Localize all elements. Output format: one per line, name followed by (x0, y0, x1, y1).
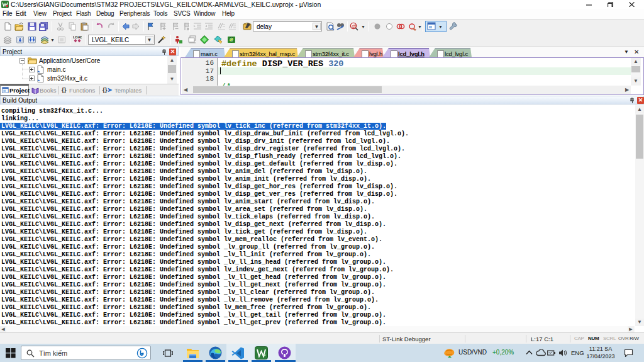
svg-text:LOAD: LOAD (73, 35, 82, 39)
